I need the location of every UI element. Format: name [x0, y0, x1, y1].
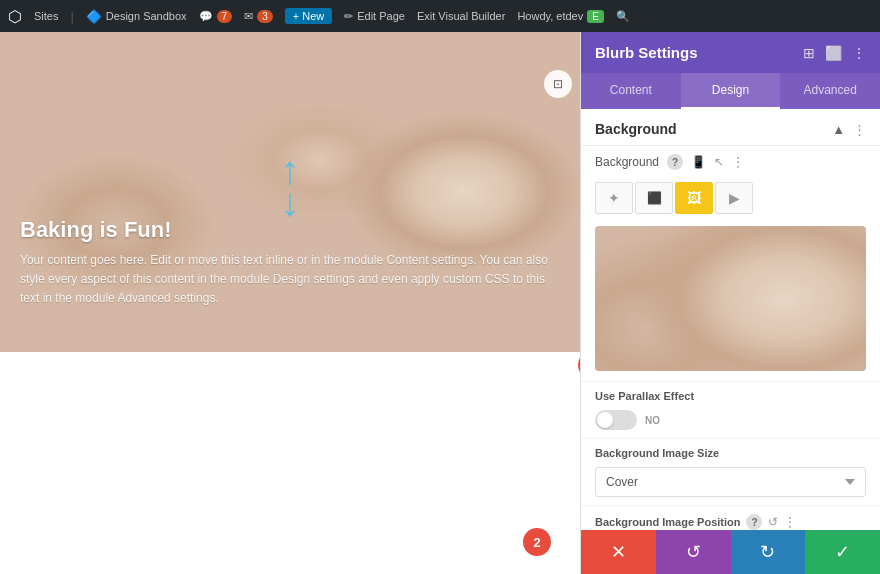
section-header-icons: ▲ ⋮ [832, 122, 866, 137]
settings-panel: Blurb Settings ⊞ ⬜ ⋮ Content Design Adva… [580, 32, 880, 574]
howdy-user[interactable]: Howdy, etdev E [517, 10, 604, 23]
cancel-icon: ✕ [611, 541, 626, 563]
refresh-button[interactable]: ↻ [731, 530, 806, 574]
tab-advanced[interactable]: Advanced [780, 73, 880, 109]
background-field-row: Background ? 📱 ↖ ⋮ [581, 146, 880, 178]
bottom-toolbar: ✕ ↺ ↻ ✓ [581, 530, 880, 574]
panel-tabs: Content Design Advanced [581, 73, 880, 109]
background-section-title: Background [595, 121, 677, 137]
wp-logo[interactable]: ⬡ [8, 7, 22, 26]
image-size-select[interactable]: Cover Contain Auto [595, 467, 866, 497]
reset-icon: ↺ [686, 541, 701, 563]
image-icon: 🖼 [687, 190, 701, 206]
messages-icon: ✉ [244, 10, 253, 23]
section-collapse-icon[interactable]: ▲ [832, 122, 845, 137]
image-size-section: Background Image Size Cover Contain Auto [581, 438, 880, 505]
sites-link[interactable]: Sites [34, 10, 58, 22]
image-position-section: Background Image Position ? ↺ ⋮ Center L… [581, 505, 880, 530]
confirm-button[interactable]: ✓ [805, 530, 880, 574]
parallax-toggle[interactable] [595, 410, 637, 430]
panel-title: Blurb Settings [595, 44, 698, 61]
image-position-label: Background Image Position [595, 516, 740, 528]
sites-label: Sites [34, 10, 58, 22]
pencil-icon: ✏ [344, 10, 353, 23]
marker-badge-1[interactable]: 1 [578, 351, 580, 379]
section-more-icon[interactable]: ⋮ [853, 122, 866, 137]
background-section-header: Background ▲ ⋮ [581, 109, 880, 146]
canvas-title: Baking is Fun! [20, 217, 550, 243]
edit-page-link[interactable]: ✏ Edit Page [344, 10, 405, 23]
bg-type-gradient[interactable]: ⬛ [635, 182, 673, 214]
search-button[interactable]: 🔍 [616, 10, 630, 23]
exit-vb-link[interactable]: Exit Visual Builder [417, 10, 505, 22]
panel-icon-expand[interactable]: ⬜ [825, 45, 842, 61]
panel-header-icons: ⊞ ⬜ ⋮ [803, 45, 866, 61]
canvas-content: Baking is Fun! Your content goes here. E… [20, 217, 550, 309]
color-icon: ✦ [608, 190, 620, 206]
messages-count: 3 [257, 10, 273, 23]
etdev-badge: E [587, 10, 604, 23]
parallax-section: Use Parallax Effect NO [581, 381, 880, 438]
background-image-preview[interactable] [595, 226, 866, 371]
canvas-icon-1[interactable]: ⊡ [544, 70, 572, 98]
canvas-area: ↑ ↓ ⊡ Baking is Fun! Your content goes h… [0, 32, 580, 574]
image-size-select-wrapper: Cover Contain Auto [595, 467, 866, 497]
tab-design[interactable]: Design [681, 73, 781, 109]
reset-button[interactable]: ↺ [656, 530, 731, 574]
tab-content[interactable]: Content [581, 73, 681, 109]
howdy-label: Howdy, etdev [517, 10, 583, 22]
refresh-icon: ↻ [760, 541, 775, 563]
comments-link[interactable]: 💬 7 [199, 10, 233, 23]
background-cursor-icon[interactable]: ↖ [714, 155, 724, 169]
panel-icon-more[interactable]: ⋮ [852, 45, 866, 61]
position-reset-icon[interactable]: ↺ [768, 515, 778, 529]
parallax-toggle-row: NO [595, 410, 866, 430]
parallax-label: Use Parallax Effect [595, 390, 866, 402]
background-mobile-icon[interactable]: 📱 [691, 155, 706, 169]
position-help-icon[interactable]: ? [746, 514, 762, 530]
messages-link[interactable]: ✉ 3 [244, 10, 273, 23]
background-help-icon[interactable]: ? [667, 154, 683, 170]
confirm-icon: ✓ [835, 541, 850, 563]
video-icon: ▶ [729, 190, 740, 206]
image-size-label: Background Image Size [595, 447, 866, 459]
position-more-icon[interactable]: ⋮ [784, 515, 796, 529]
main-layout: ↑ ↓ ⊡ Baking is Fun! Your content goes h… [0, 32, 880, 574]
site-name: Design Sandbox [106, 10, 187, 22]
edit-page-label: Edit Page [357, 10, 405, 22]
background-type-buttons: ✦ ⬛ 🖼 ▶ [581, 178, 880, 222]
preview-image [595, 226, 866, 371]
canvas-toolbar: ⊡ [544, 70, 572, 98]
exit-vb-label: Exit Visual Builder [417, 10, 505, 22]
admin-bar: ⬡ Sites | 🔷 Design Sandbox 💬 7 ✉ 3 + New… [0, 0, 880, 32]
bg-type-color[interactable]: ✦ [595, 182, 633, 214]
new-button[interactable]: + New [285, 8, 333, 24]
comments-count: 7 [217, 10, 233, 23]
parallax-toggle-label: NO [645, 415, 660, 426]
cancel-button[interactable]: ✕ [581, 530, 656, 574]
comments-icon: 💬 [199, 10, 213, 23]
divi-icon: 🔷 [86, 9, 102, 24]
canvas-body: Your content goes here. Edit or move thi… [20, 251, 550, 309]
background-field-label: Background [595, 155, 659, 169]
image-position-header: Background Image Position ? ↺ ⋮ [595, 514, 866, 530]
panel-body: Background ▲ ⋮ Background ? 📱 ↖ ⋮ ✦ [581, 109, 880, 530]
background-options-icon[interactable]: ⋮ [732, 155, 744, 169]
panel-header: Blurb Settings ⊞ ⬜ ⋮ [581, 32, 880, 73]
site-name-link[interactable]: 🔷 Design Sandbox [86, 9, 187, 24]
bg-type-video[interactable]: ▶ [715, 182, 753, 214]
gradient-icon: ⬛ [647, 191, 662, 205]
panel-icon-grid[interactable]: ⊞ [803, 45, 815, 61]
marker-badge-2[interactable]: 2 [523, 528, 551, 556]
resize-arrow-down: ↓ [280, 186, 300, 218]
bg-type-image[interactable]: 🖼 [675, 182, 713, 214]
